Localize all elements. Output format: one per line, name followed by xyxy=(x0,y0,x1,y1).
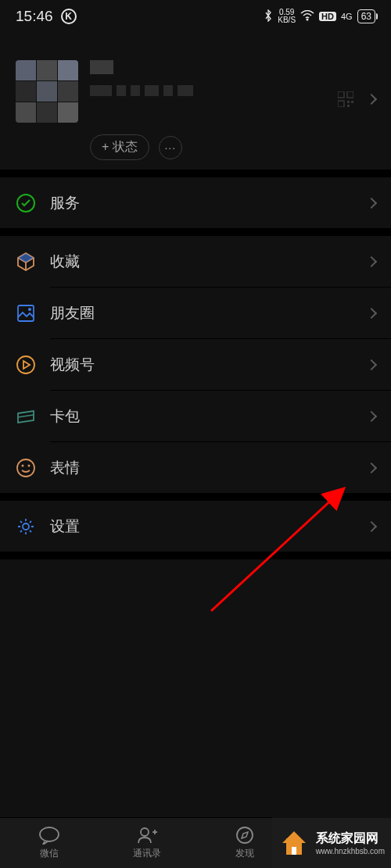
status-time: 15:46 xyxy=(16,8,53,25)
chevron-right-icon xyxy=(366,520,377,531)
svg-rect-3 xyxy=(338,101,344,107)
status-bar: 15:46 K 0.59 KB/S HD 4G 63 xyxy=(0,0,391,33)
avatar[interactable] xyxy=(16,60,78,123)
contacts-icon xyxy=(136,826,158,845)
network-type: 4G xyxy=(341,12,353,21)
watermark: 系统家园网 www.hnzkhbsb.com xyxy=(272,817,391,868)
k-badge-icon: K xyxy=(61,9,77,24)
nav-label: 微信 xyxy=(40,847,59,860)
svg-point-10 xyxy=(17,356,34,373)
nav-label: 发现 xyxy=(235,847,254,860)
svg-line-11 xyxy=(18,415,34,417)
chevron-right-icon xyxy=(366,410,377,421)
svg-rect-1 xyxy=(338,91,344,98)
chevron-right-icon xyxy=(366,462,377,473)
discover-icon xyxy=(234,826,256,845)
chevron-right-icon xyxy=(366,197,377,208)
svg-rect-22 xyxy=(292,847,296,855)
stickers-icon xyxy=(16,458,36,478)
chevron-right-icon xyxy=(366,255,377,266)
bluetooth-icon xyxy=(264,9,273,24)
menu-settings[interactable]: 设置 xyxy=(0,501,391,552)
battery-icon: 63 xyxy=(357,9,375,23)
chevron-right-icon xyxy=(366,359,377,370)
menu-cards[interactable]: 卡包 xyxy=(0,391,391,441)
chevron-right-icon xyxy=(366,94,377,105)
profile-name xyxy=(90,60,113,74)
menu-favorites[interactable]: 收藏 xyxy=(0,236,391,287)
profile-section[interactable] xyxy=(0,33,391,142)
svg-point-12 xyxy=(17,459,34,477)
qr-code-icon[interactable] xyxy=(338,91,353,107)
svg-rect-5 xyxy=(351,101,353,103)
svg-point-17 xyxy=(40,827,59,841)
menu-label: 朋友圈 xyxy=(50,303,353,323)
chevron-right-icon xyxy=(366,307,377,318)
watermark-url: www.hnzkhbsb.com xyxy=(316,847,385,855)
chat-icon xyxy=(38,826,60,845)
menu-label: 服务 xyxy=(50,193,353,213)
settings-icon xyxy=(16,516,36,537)
svg-point-0 xyxy=(307,18,309,20)
menu-stickers[interactable]: 表情 xyxy=(0,442,391,493)
network-speed: 0.59 KB/S xyxy=(278,9,296,24)
menu-label: 表情 xyxy=(50,458,353,478)
svg-point-13 xyxy=(22,464,24,466)
add-status-button[interactable]: + 状态 xyxy=(90,134,149,160)
moments-icon xyxy=(16,303,36,323)
svg-rect-8 xyxy=(18,305,34,321)
nav-chat[interactable]: 微信 xyxy=(0,818,98,868)
menu-label: 卡包 xyxy=(50,406,353,427)
channels-icon xyxy=(16,355,36,375)
menu-label: 设置 xyxy=(50,516,353,537)
menu-label: 视频号 xyxy=(50,355,353,375)
svg-point-15 xyxy=(23,523,29,530)
watermark-name: 系统家园网 xyxy=(316,830,385,847)
favorites-icon xyxy=(16,252,36,272)
cards-icon xyxy=(16,406,36,427)
profile-info xyxy=(90,60,326,96)
menu-moments[interactable]: 朋友圈 xyxy=(0,288,391,338)
svg-rect-6 xyxy=(347,105,350,107)
wifi-icon xyxy=(300,10,314,23)
svg-point-9 xyxy=(28,308,31,311)
house-icon xyxy=(278,827,310,859)
service-icon xyxy=(16,193,36,213)
svg-rect-2 xyxy=(347,91,353,98)
svg-point-14 xyxy=(28,464,30,466)
svg-point-18 xyxy=(141,828,149,836)
menu-service[interactable]: 服务 xyxy=(0,177,391,228)
svg-rect-4 xyxy=(347,101,350,103)
menu-label: 收藏 xyxy=(50,252,353,272)
profile-id xyxy=(90,85,326,96)
menu-channels[interactable]: 视频号 xyxy=(0,339,391,390)
svg-point-21 xyxy=(237,827,253,843)
more-button[interactable]: ··· xyxy=(159,136,182,159)
nav-contacts[interactable]: 通讯录 xyxy=(98,818,196,868)
nav-label: 通讯录 xyxy=(133,847,161,860)
hd-badge-icon: HD xyxy=(319,12,336,21)
